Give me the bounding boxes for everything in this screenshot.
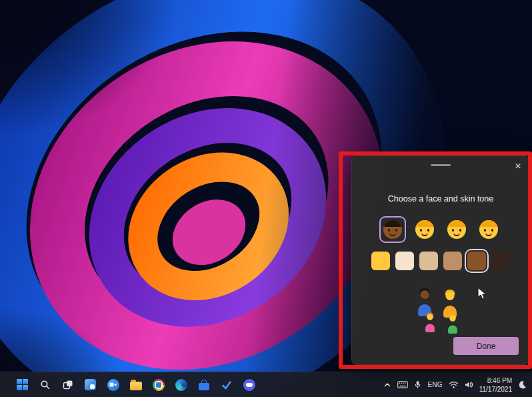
volume-button[interactable] [465,381,473,388]
system-tray: ENG 8:46 PM 11/17/2021 [383,376,527,394]
done-button[interactable]: Done [453,337,519,355]
face-option-dark-skin[interactable] [379,216,406,243]
keyboard-icon [397,381,408,388]
chat-camera-icon [107,379,119,391]
folder-icon [130,382,142,390]
desktop: ✕ Choose a face and skin tone [0,0,532,397]
face-icon [415,220,434,239]
hair [479,220,498,227]
family-member-son [447,314,457,334]
skin-tone-row [352,252,529,270]
eye [388,229,390,232]
skin-tone-medium-light[interactable] [419,252,438,270]
focus-assist-button[interactable] [518,380,527,389]
face-option-woman[interactable] [411,216,438,243]
microphone-button[interactable] [414,380,421,389]
edge-button[interactable] [172,376,190,394]
folder-tab [131,380,136,382]
skin-tone-medium-dark[interactable] [467,252,486,270]
head [446,292,455,300]
network-button[interactable] [449,381,459,388]
file-explorer-button[interactable] [127,376,145,394]
discord-icon [243,379,255,391]
body [425,324,435,332]
face-icon [383,220,402,239]
skin-tone-default-yellow[interactable] [371,252,390,270]
store-button[interactable] [195,376,213,394]
face-options-row [352,216,529,243]
drag-handle[interactable] [431,164,451,166]
eye [459,229,461,232]
discord-button[interactable] [240,376,258,394]
eye [427,229,429,232]
volume-icon [465,381,473,388]
hidden-icons-button[interactable] [383,381,391,389]
start-button[interactable] [13,376,31,394]
taskbar-icons [13,376,258,394]
hair [383,220,402,227]
mouth [389,233,396,236]
eye [452,229,454,232]
family-member-daughter [425,313,435,332]
mouth [453,233,460,236]
emoji-skin-tone-dialog: ✕ Choose a face and skin tone [351,155,530,365]
hair [415,220,434,227]
head [449,315,455,321]
widgets-button[interactable] [81,376,99,394]
body [448,325,457,334]
face-icon [479,220,498,239]
chrome-icon [153,379,165,391]
face-option-girl[interactable] [443,216,470,243]
skin-tone-dark[interactable] [491,252,510,270]
widgets-icon [85,379,96,390]
task-view-icon [63,380,73,390]
search-icon [40,380,51,390]
mouth [485,233,492,236]
face-icon [447,220,466,239]
wifi-icon [449,381,459,388]
head [421,290,429,299]
microphone-icon [414,380,421,389]
moon-icon [518,380,527,389]
head [427,314,433,320]
clock[interactable]: 8:46 PM 11/17/2021 [479,376,512,394]
bag-handle [201,380,207,384]
skin-tone-medium[interactable] [443,252,462,270]
eye [484,229,486,232]
hair [447,220,466,227]
edge-icon [175,379,187,391]
task-view-button[interactable] [59,376,77,394]
clock-time: 8:46 PM [479,376,512,385]
clock-date: 11/17/2021 [479,385,512,394]
chrome-button[interactable] [149,376,167,394]
language-indicator[interactable]: ENG [427,381,442,388]
touch-keyboard-button[interactable] [397,381,408,388]
mouth [421,233,428,236]
family-emoji-preview [415,288,468,332]
taskbar: ENG 8:46 PM 11/17/2021 [0,372,532,397]
search-button[interactable] [36,376,54,394]
chevron-up-icon [383,381,391,389]
windows-logo-icon [17,379,28,390]
face-option-boy[interactable] [475,216,502,243]
checkmark-icon [221,380,232,390]
skin-tone-light[interactable] [395,252,414,270]
chat-button[interactable] [104,376,122,394]
eye [395,229,397,232]
eye [491,229,493,232]
eye [420,229,422,232]
close-icon[interactable]: ✕ [511,159,525,173]
to-do-button[interactable] [217,376,235,394]
store-bag-icon [199,383,209,390]
dialog-title: Choose a face and skin tone [352,194,529,204]
